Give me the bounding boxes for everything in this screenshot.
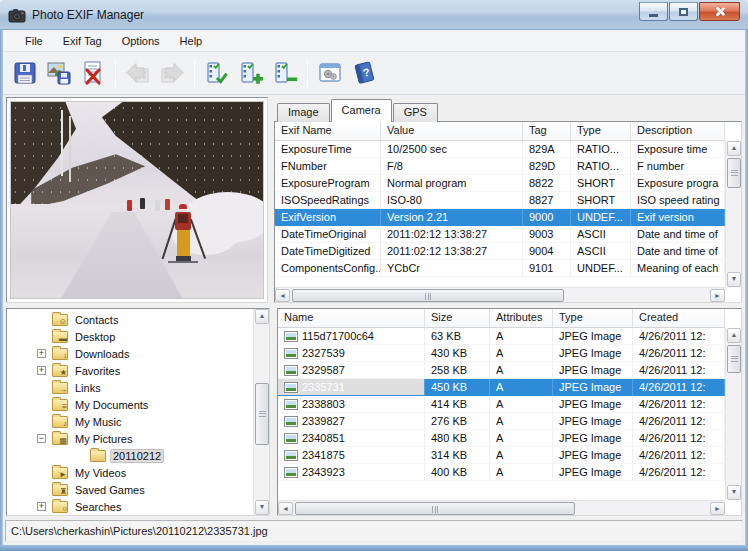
- restore-button[interactable]: [669, 2, 698, 21]
- scroll-up-arrow[interactable]: ▲: [727, 141, 741, 156]
- menu-help[interactable]: Help: [170, 32, 213, 50]
- file-row[interactable]: 2339827 276 KB A JPEG Image 4/26/2011 12…: [278, 413, 725, 430]
- expander-icon[interactable]: −: [37, 434, 46, 443]
- exif-row[interactable]: ISOSpeedRatings ISO-80 8827 SHORT ISO sp…: [275, 192, 725, 209]
- folder-icon: [90, 450, 106, 462]
- menu-options[interactable]: Options: [112, 32, 170, 50]
- tree-item-my-music[interactable]: ♪ My Music: [7, 413, 253, 430]
- folder-icon: ≡: [52, 399, 68, 411]
- verify-exif-button[interactable]: [201, 57, 233, 89]
- file-row-selected[interactable]: 2335731 450 KB A JPEG Image 4/26/2011 12…: [278, 379, 725, 396]
- files-hscroll-thumb[interactable]: [295, 502, 575, 515]
- scroll-up-arrow[interactable]: ▲: [727, 328, 741, 343]
- scroll-right-arrow[interactable]: ►: [710, 289, 725, 302]
- tree-item-contacts[interactable]: ☺ Contacts: [7, 311, 253, 328]
- exif-hscroll-thumb[interactable]: [292, 289, 564, 302]
- file-col-header-created[interactable]: Created: [633, 309, 725, 327]
- exif-row-selected[interactable]: ExifVersion Version 2.21 9000 UNDEF... E…: [275, 209, 725, 226]
- exif-row[interactable]: DateTimeDigitized 2011:02:12 13:38:27 90…: [275, 243, 725, 260]
- files-vscroll-thumb[interactable]: [727, 345, 741, 373]
- exif-row[interactable]: ExposureTime 10/2500 sec 829A RATIO... E…: [275, 141, 725, 158]
- scroll-right-arrow[interactable]: ►: [710, 502, 725, 515]
- tab-gps[interactable]: GPS: [393, 103, 438, 122]
- files-horizontal-scrollbar[interactable]: ◄ ►: [278, 500, 725, 515]
- tree-item-my-pictures[interactable]: − ▦ My Pictures: [7, 430, 253, 447]
- scroll-up-arrow[interactable]: ▲: [255, 309, 269, 324]
- previous-image-button[interactable]: [122, 57, 154, 89]
- tree-item-my-documents[interactable]: ≡ My Documents: [7, 396, 253, 413]
- file-row[interactable]: 2340851 480 KB A JPEG Image 4/26/2011 12…: [278, 430, 725, 447]
- file-col-header-name[interactable]: Name: [278, 309, 425, 327]
- app-camera-icon: [8, 7, 26, 23]
- expander-icon[interactable]: +: [37, 366, 46, 375]
- clear-list-button[interactable]: [77, 57, 109, 89]
- folder-icon: ☺: [52, 314, 68, 326]
- exif-col-header-type[interactable]: Type: [571, 122, 631, 140]
- tree-item-favorites[interactable]: + ★ Favorites: [7, 362, 253, 379]
- titlebar[interactable]: Photo EXIF Manager: [0, 0, 748, 30]
- scroll-down-arrow[interactable]: ▼: [727, 485, 741, 500]
- file-row[interactable]: 2329587 258 KB A JPEG Image 4/26/2011 12…: [278, 362, 725, 379]
- file-row[interactable]: 2327539 430 KB A JPEG Image 4/26/2011 12…: [278, 345, 725, 362]
- exif-desc-cell: Date and time of: [631, 226, 725, 243]
- tab-camera[interactable]: Camera: [331, 99, 392, 122]
- exif-row[interactable]: ComponentsConfig... YCbCr 9101 UNDEF... …: [275, 260, 725, 277]
- expander-icon[interactable]: +: [37, 502, 46, 511]
- exif-col-header-value[interactable]: Value: [381, 122, 523, 140]
- remove-exif-tag-button[interactable]: [269, 57, 301, 89]
- tree-item-my-videos[interactable]: ► My Videos: [7, 464, 253, 481]
- tree-item-desktop[interactable]: ▬ Desktop: [7, 328, 253, 345]
- file-row[interactable]: 2341875 314 KB A JPEG Image 4/26/2011 12…: [278, 447, 725, 464]
- options-button[interactable]: [314, 57, 346, 89]
- exif-col-header-tag[interactable]: Tag: [523, 122, 571, 140]
- exif-value-cell: Normal program: [381, 175, 523, 192]
- scroll-down-arrow[interactable]: ▼: [255, 500, 269, 515]
- exif-value-cell: YCbCr: [381, 260, 523, 277]
- tree-vscroll-thumb[interactable]: [255, 383, 269, 445]
- tree-item-20110212[interactable]: 20110212: [7, 447, 253, 464]
- close-button[interactable]: [699, 2, 740, 21]
- exif-col-header-description[interactable]: Description: [631, 122, 725, 140]
- save-image-button[interactable]: [43, 57, 75, 89]
- tree-item-searches[interactable]: + ○ Searches: [7, 498, 253, 515]
- tree-vertical-scrollbar[interactable]: ▲ ▼: [253, 309, 269, 515]
- next-image-button[interactable]: [156, 57, 188, 89]
- exif-desc-cell: F number: [631, 158, 725, 175]
- files-vertical-scrollbar[interactable]: ▲ ▼: [725, 328, 741, 500]
- file-row[interactable]: 115d71700c64 63 KB A JPEG Image 4/26/201…: [278, 328, 725, 345]
- exif-name-cell: DateTimeDigitized: [275, 243, 381, 260]
- exif-name-cell: ExposureProgram: [275, 175, 381, 192]
- file-col-header-type[interactable]: Type: [553, 309, 633, 327]
- menu-exif-tag[interactable]: Exif Tag: [53, 32, 112, 50]
- expander-icon[interactable]: +: [37, 349, 46, 358]
- exif-row[interactable]: ExposureProgram Normal program 8822 SHOR…: [275, 175, 725, 192]
- file-created: 4/26/2011 12:: [633, 328, 725, 345]
- exif-vertical-scrollbar[interactable]: ▲ ▼: [725, 141, 741, 287]
- file-row[interactable]: 2338803 414 KB A JPEG Image 4/26/2011 12…: [278, 396, 725, 413]
- exif-horizontal-scrollbar[interactable]: ◄ ►: [275, 287, 725, 302]
- exif-vscroll-thumb[interactable]: [727, 158, 741, 188]
- folder-icon: →: [52, 382, 68, 394]
- tree-item-links[interactable]: → Links: [7, 379, 253, 396]
- scroll-left-arrow[interactable]: ◄: [275, 289, 290, 302]
- file-col-header-size[interactable]: Size: [425, 309, 490, 327]
- file-col-header-attributes[interactable]: Attributes: [490, 309, 553, 327]
- file-row[interactable]: 2343923 400 KB A JPEG Image 4/26/2011 12…: [278, 464, 725, 481]
- minimize-button[interactable]: [639, 2, 668, 21]
- exif-row[interactable]: DateTimeOriginal 2011:02:12 13:38:27 900…: [275, 226, 725, 243]
- exif-row[interactable]: FNumber F/8 829D RATIO... F number: [275, 158, 725, 175]
- file-type: JPEG Image: [553, 362, 633, 379]
- exif-table-header: Exif Name Value Tag Type Description: [275, 122, 725, 141]
- save-button[interactable]: [9, 57, 41, 89]
- menu-file[interactable]: File: [15, 32, 53, 50]
- tree-item-downloads[interactable]: + ↓ Downloads: [7, 345, 253, 362]
- exif-tab-bar: Image Camera GPS: [277, 100, 439, 122]
- help-button[interactable]: ?: [348, 57, 380, 89]
- tree-item-saved-games[interactable]: ♜ Saved Games: [7, 481, 253, 498]
- add-exif-tag-button[interactable]: [235, 57, 267, 89]
- scroll-left-arrow[interactable]: ◄: [278, 502, 293, 515]
- tab-image[interactable]: Image: [277, 103, 330, 122]
- exif-col-header-name[interactable]: Exif Name: [275, 122, 381, 140]
- scroll-down-arrow[interactable]: ▼: [727, 272, 741, 287]
- folder-badge: ♪: [63, 420, 67, 428]
